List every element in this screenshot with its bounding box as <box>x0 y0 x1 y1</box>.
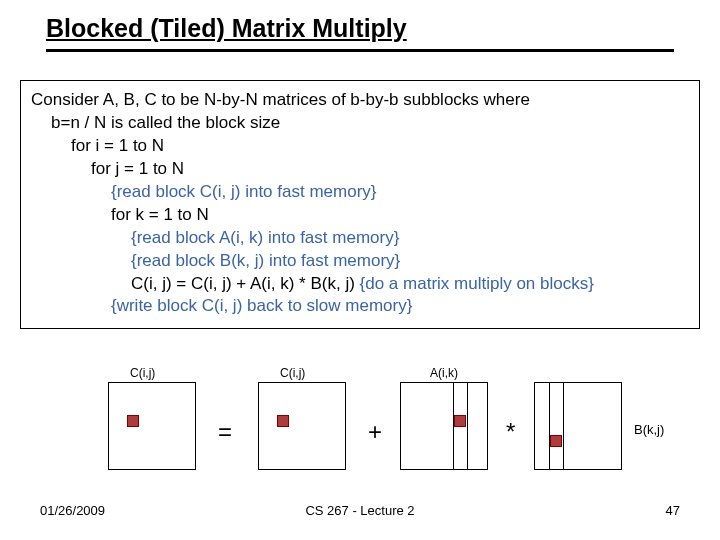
algo-line: for k = 1 to N <box>111 204 689 227</box>
label-a-ik: A(i,k) <box>430 366 458 380</box>
block-b-kj <box>550 435 562 447</box>
algo-line: Consider A, B, C to be N-by-N matrices o… <box>31 89 689 112</box>
algo-code: C(i, j) = C(i, j) + A(i, k) * B(k, j) <box>131 274 360 293</box>
algo-line: C(i, j) = C(i, j) + A(i, k) * B(k, j) {d… <box>131 273 689 296</box>
matrix-c-result <box>108 382 196 470</box>
matrix-c-rhs <box>258 382 346 470</box>
label-c-ij: C(i,j) <box>280 366 305 380</box>
algo-line: {write block C(i, j) back to slow memory… <box>111 295 689 318</box>
algo-line: {read block C(i, j) into fast memory} <box>111 181 689 204</box>
matrix-a <box>400 382 488 470</box>
block-c-ij <box>127 415 139 427</box>
matrix-b <box>534 382 622 470</box>
label-c-ij: C(i,j) <box>130 366 155 380</box>
label-b-kj: B(k,j) <box>634 422 664 437</box>
j-col-line <box>549 383 550 469</box>
algo-line: {read block B(k, j) into fast memory} <box>131 250 689 273</box>
algo-line: for i = 1 to N <box>71 135 689 158</box>
j-col-line <box>563 383 564 469</box>
algorithm-box: Consider A, B, C to be N-by-N matrices o… <box>20 80 700 329</box>
footer-page-number: 47 <box>666 503 680 518</box>
block-diagram: C(i,j) = C(i,j) + A(i,k) * B(k,j) <box>0 362 720 502</box>
algo-line: {read block A(i, k) into fast memory} <box>131 227 689 250</box>
block-a-ik <box>454 415 466 427</box>
equals-op: = <box>218 418 232 446</box>
footer-lecture: CS 267 - Lecture 2 <box>0 503 720 518</box>
k-col-line <box>467 383 468 469</box>
star-op: * <box>506 418 515 446</box>
plus-op: + <box>368 418 382 446</box>
page-title: Blocked (Tiled) Matrix Multiply <box>46 14 407 42</box>
block-c-ij <box>277 415 289 427</box>
algo-line: b=n / N is called the block size <box>51 112 689 135</box>
algo-line: for j = 1 to N <box>91 158 689 181</box>
algo-comment: {do a matrix multiply on blocks} <box>360 274 594 293</box>
